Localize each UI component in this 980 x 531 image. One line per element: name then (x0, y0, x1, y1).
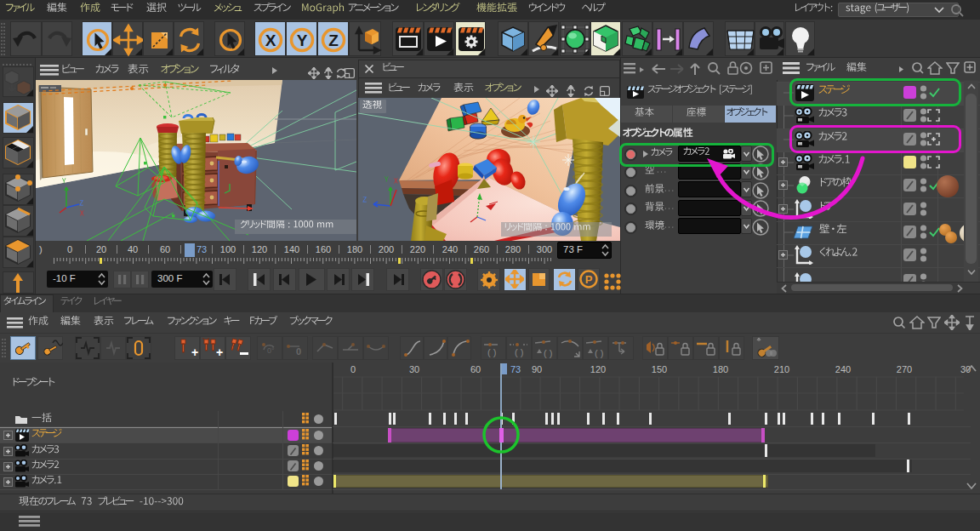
svg-text:0: 0 (296, 346, 301, 357)
svg-text:X: X (265, 31, 276, 49)
svg-text:( ): ( ) (515, 347, 523, 357)
svg-text:Y: Y (297, 31, 308, 49)
svg-text:( ): ( ) (595, 348, 603, 358)
svg-text:( ): ( ) (544, 348, 552, 358)
svg-text:+: + (216, 345, 223, 359)
svg-text:+: + (191, 345, 198, 359)
svg-text:( ): ( ) (487, 347, 496, 357)
svg-text:P: P (585, 273, 593, 286)
svg-text:0°: 0° (267, 346, 275, 355)
svg-text:Z: Z (328, 31, 339, 49)
